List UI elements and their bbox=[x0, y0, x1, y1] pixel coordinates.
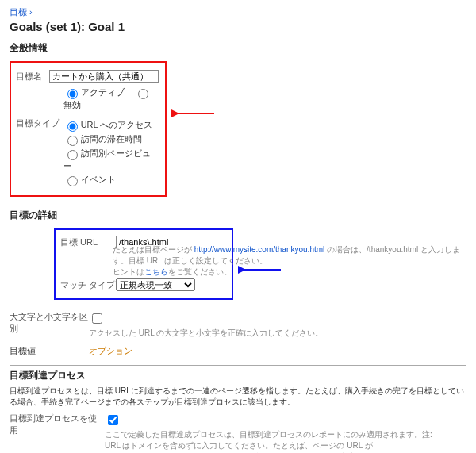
type-url-option[interactable]: URL へのアクセス bbox=[63, 120, 153, 129]
general-box: 目標名 アクティブ 無効 目標タイプ URL へのアクセス 訪問の滞在時間 訪問… bbox=[10, 61, 167, 197]
red-arrow-icon bbox=[171, 109, 216, 118]
type-event-option[interactable]: イベント bbox=[63, 175, 116, 184]
page-title: Goals (set 1): Goal 1 bbox=[10, 20, 466, 33]
goal-name-input[interactable] bbox=[49, 70, 159, 83]
type-time-option[interactable]: 訪問の滞在時間 bbox=[63, 134, 142, 144]
hint-here-link[interactable]: こちら bbox=[144, 267, 168, 276]
use-funnel-hint: ここで定義した目標達成プロセスは、目標到達プロセスのレポートにのみ適用されます。… bbox=[105, 429, 446, 453]
status-active-option[interactable]: アクティブ bbox=[63, 87, 125, 97]
use-funnel-checkbox[interactable] bbox=[108, 415, 118, 425]
type-pv-option[interactable]: 訪問別ページビュー bbox=[63, 148, 151, 171]
breadcrumb-goals[interactable]: 目標 › bbox=[10, 7, 33, 17]
case-sensitive-hint: アクセスした URL の大文字と小文字を正確に入力してください。 bbox=[89, 328, 323, 339]
case-sensitive-checkbox[interactable] bbox=[92, 313, 102, 324]
goal-value-label: 目標値 bbox=[10, 345, 89, 357]
goal-url-label: 目標 URL bbox=[60, 236, 116, 248]
details-heading: 目標の詳細 bbox=[10, 205, 466, 222]
goal-name-label: 目標名 bbox=[16, 71, 49, 83]
funnel-heading: 目標到達プロセス bbox=[10, 365, 466, 382]
goal-value-option: オプション bbox=[89, 345, 132, 357]
match-type-select[interactable]: 正規表現一致 bbox=[116, 278, 195, 291]
goal-url-hint: たとえば目標ページが http://www.mysite.com/thankyo… bbox=[113, 244, 462, 278]
funnel-desc: 目標到達プロセスとは、目標 URLに到達するまでの一連のページ遷移を指します。た… bbox=[10, 386, 466, 408]
match-type-label: マッチ タイプ bbox=[60, 279, 116, 291]
goal-type-label: 目標タイプ bbox=[16, 117, 63, 129]
case-sensitive-label: 大文字と小文字を区別 bbox=[10, 311, 89, 335]
general-heading: 全般情報 bbox=[10, 41, 466, 55]
use-funnel-label: 目標到達プロセスを使用 bbox=[10, 413, 105, 436]
example-url-link[interactable]: http://www.mysite.com/thankyou.html bbox=[194, 245, 325, 254]
